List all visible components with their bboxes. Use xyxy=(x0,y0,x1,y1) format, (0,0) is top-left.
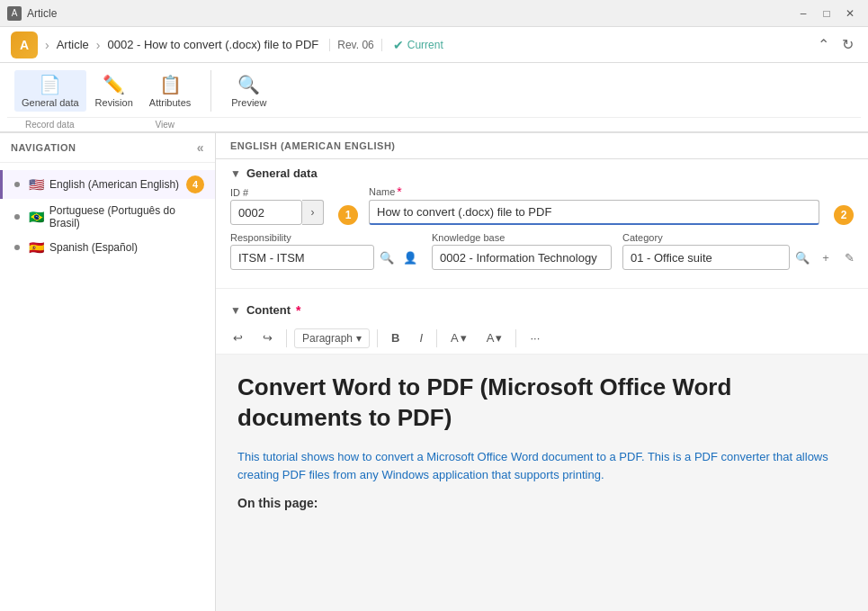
name-label: Name * xyxy=(369,185,819,198)
highlight-button[interactable]: A ▾ xyxy=(480,328,509,348)
font-color-icon: A xyxy=(451,331,459,345)
section-title-text: General data xyxy=(246,166,318,180)
breadcrumb-arrow: › xyxy=(96,38,101,52)
category-add-icon-btn[interactable]: + xyxy=(815,245,837,270)
toolbar-label-revision: Revision xyxy=(95,97,133,108)
app-header: A › Article › 0002 - How to convert (.do… xyxy=(0,27,868,63)
dot-pt xyxy=(14,214,20,220)
bold-button[interactable]: B xyxy=(385,328,406,348)
general-data-icon: 📄 xyxy=(39,74,61,95)
category-label: Category xyxy=(622,232,860,243)
responsibility-search-icon-btn[interactable]: 🔍 xyxy=(376,245,398,270)
toolbar-label-attributes: Attributes xyxy=(149,97,191,108)
name-required-dot: * xyxy=(397,185,401,198)
sidebar-label-portuguese: Portuguese (Português do Brasil) xyxy=(49,204,204,229)
sidebar-title: NAVIGATION xyxy=(11,142,76,153)
category-wrapper: 🔍 + ✎ xyxy=(622,245,860,270)
chevron-down-icon: ▾ xyxy=(356,332,362,345)
redo-button[interactable]: ↪ xyxy=(256,328,279,348)
toolbar-view-items: 🔍 Preview xyxy=(217,67,281,115)
italic-button[interactable]: I xyxy=(413,328,429,348)
refresh-button[interactable]: ↻ xyxy=(838,32,857,57)
main-layout: NAVIGATION « 🇺🇸 English (American Englis… xyxy=(0,133,868,611)
flag-es: 🇪🇸 xyxy=(29,240,44,255)
responsibility-input[interactable] xyxy=(230,245,374,270)
responsibility-field-group: Responsibility 🔍 👤 xyxy=(230,232,421,270)
font-color-button[interactable]: A ▾ xyxy=(444,328,473,348)
collapse-button[interactable]: ⌃ xyxy=(814,32,833,57)
editor-toolbar-divider-4 xyxy=(515,329,516,347)
category-input[interactable] xyxy=(622,245,790,270)
category-field-group: Category 🔍 + ✎ xyxy=(622,232,860,270)
content-section-header: ▼ Content * xyxy=(216,289,868,322)
status-badge: ✔ Current xyxy=(393,38,443,52)
general-data-title: ▼ General data xyxy=(230,159,854,185)
id-input[interactable] xyxy=(230,200,302,225)
revision-icon: ✏️ xyxy=(103,74,125,95)
sidebar: NAVIGATION « 🇺🇸 English (American Englis… xyxy=(0,133,216,611)
content-area: ENGLISH (AMERICAN ENGLISH) ▼ General dat… xyxy=(216,133,868,611)
dot-es xyxy=(14,245,20,250)
toolbar-item-preview[interactable]: 🔍 Preview xyxy=(224,70,273,112)
title-bar-text: Article xyxy=(27,7,792,20)
window-controls: – □ ✕ xyxy=(792,4,861,22)
undo-button[interactable]: ↩ xyxy=(227,328,249,348)
toolbar-item-general-data[interactable]: 📄 General data xyxy=(14,70,86,112)
kb-input[interactable] xyxy=(432,245,612,270)
highlight-dropdown-icon: ▾ xyxy=(496,331,502,345)
editor-toolbar-divider-1 xyxy=(286,329,287,347)
breadcrumb-separator: › xyxy=(45,38,49,52)
responsibility-wrapper: 🔍 👤 xyxy=(230,245,421,270)
paragraph-select[interactable]: Paragraph ▾ xyxy=(294,328,370,348)
kb-field-group: Knowledge base xyxy=(432,232,612,270)
sidebar-item-english[interactable]: 🇺🇸 English (American English) 4 xyxy=(0,170,215,199)
nav-badge-english: 4 xyxy=(186,175,204,193)
category-edit-icon-btn[interactable]: ✎ xyxy=(838,245,860,270)
breadcrumb-app: Article xyxy=(57,38,89,51)
active-dot xyxy=(14,182,20,187)
record-data-group-label: Record data xyxy=(7,118,137,131)
editor-content: Convert Word to PDF (Microsoft Office Wo… xyxy=(216,355,868,611)
document-subheading: On this page: xyxy=(237,496,846,510)
toolbar-label-preview: Preview xyxy=(231,97,266,108)
toolbar-divider xyxy=(210,70,211,112)
view-group-label: View xyxy=(137,118,192,131)
sidebar-header: NAVIGATION « xyxy=(0,133,215,163)
title-bar: A Article – □ ✕ xyxy=(0,0,868,27)
content-required-dot: * xyxy=(296,304,300,317)
toolbar-item-attributes[interactable]: 📋 Attributes xyxy=(142,70,198,112)
editor-toolbar-divider-3 xyxy=(436,329,437,347)
app-icon: A xyxy=(7,6,22,21)
category-search-icon-btn[interactable]: 🔍 xyxy=(792,245,813,270)
id-label: ID # xyxy=(230,187,324,198)
id-arrow-button[interactable]: › xyxy=(302,200,324,225)
font-color-dropdown-icon: ▾ xyxy=(461,331,467,345)
responsibility-user-icon-btn[interactable]: 👤 xyxy=(399,245,421,270)
editor-toolbar-divider-2 xyxy=(377,329,378,347)
kb-label: Knowledge base xyxy=(432,232,612,243)
sidebar-item-portuguese[interactable]: 🇧🇷 Portuguese (Português do Brasil) xyxy=(0,199,215,235)
check-icon: ✔ xyxy=(393,38,404,52)
attributes-icon: 📋 xyxy=(159,74,182,95)
content-chevron: ▼ xyxy=(230,304,241,317)
preview-icon: 🔍 xyxy=(237,74,260,95)
section-chevron: ▼ xyxy=(230,167,241,180)
sidebar-collapse-button[interactable]: « xyxy=(197,140,204,155)
resp-kb-cat-row: Responsibility 🔍 👤 Knowledge base Catego… xyxy=(230,232,854,270)
lang-header: ENGLISH (AMERICAN ENGLISH) xyxy=(216,133,868,159)
badge-2: 2 xyxy=(834,205,854,225)
toolbar-item-revision[interactable]: ✏️ Revision xyxy=(88,70,140,112)
close-button[interactable]: ✕ xyxy=(839,4,861,22)
more-options-button[interactable]: ··· xyxy=(523,328,546,348)
minimize-button[interactable]: – xyxy=(792,4,814,22)
name-input[interactable] xyxy=(369,200,819,225)
name-field-group: Name * xyxy=(369,185,819,225)
responsibility-label: Responsibility xyxy=(230,232,421,243)
general-data-section: ▼ General data ID # › 1 Name xyxy=(216,159,868,289)
highlight-icon: A xyxy=(487,331,495,345)
sidebar-item-spanish[interactable]: 🇪🇸 Spanish (Español) xyxy=(0,235,215,260)
content-section-title: ▼ Content * xyxy=(230,296,854,322)
editor-toolbar: ↩ ↪ Paragraph ▾ B I A ▾ A ▾ xyxy=(216,322,868,355)
maximize-button[interactable]: □ xyxy=(816,4,837,22)
badge-1: 1 xyxy=(338,205,358,225)
